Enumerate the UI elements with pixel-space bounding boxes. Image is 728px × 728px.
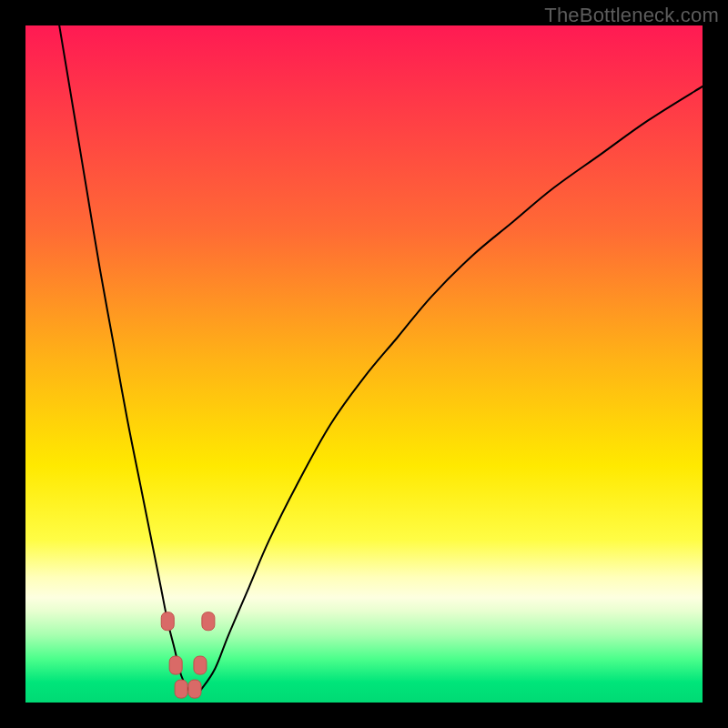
chart-frame: TheBottleneck.com [0, 0, 728, 728]
plot-area [25, 25, 703, 703]
curve-marker [169, 656, 182, 674]
curve-marker [175, 680, 187, 698]
curve-marker [161, 612, 174, 631]
curve-marker [194, 656, 207, 674]
gradient-background [25, 25, 703, 703]
curve-marker [202, 612, 215, 631]
watermark-text: TheBottleneck.com [544, 4, 719, 27]
bottleneck-chart [25, 25, 703, 703]
curve-marker [188, 680, 201, 698]
